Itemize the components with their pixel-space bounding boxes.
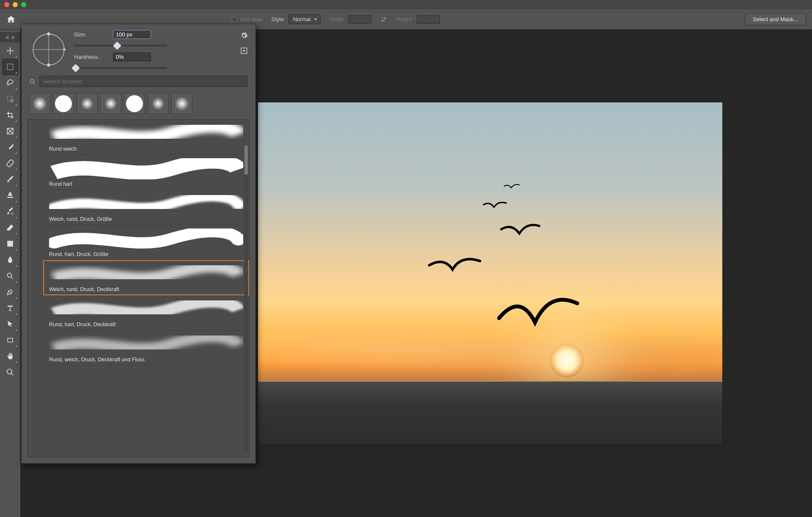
style-group: Style: Normal <box>271 14 320 24</box>
crop-tool[interactable] <box>3 107 18 123</box>
style-dropdown[interactable]: Normal <box>288 14 321 24</box>
size-label: Size: <box>74 31 108 38</box>
brush-size-slider[interactable] <box>74 45 167 47</box>
anti-alias-label: Anti-alias <box>240 16 263 22</box>
eyedropper-tool[interactable] <box>3 140 18 155</box>
window-titlebar <box>0 0 812 9</box>
path-select-tool[interactable] <box>3 316 18 332</box>
brush-preset-label: Rund, hart, Druck, Deckkraft <box>49 320 243 327</box>
brush-preset-label: Rund, hart, Druck, Größe <box>49 250 243 257</box>
recent-brush-5[interactable] <box>124 93 145 114</box>
tools-panel: « » <box>0 30 20 517</box>
brush-stroke-preview <box>49 193 243 214</box>
smudge-tool[interactable] <box>3 252 18 267</box>
svg-rect-12 <box>8 338 13 342</box>
hand-tool[interactable] <box>3 349 18 364</box>
move-tool[interactable] <box>3 43 18 58</box>
marquee-tool[interactable] <box>3 59 18 74</box>
brush-hardness-input[interactable] <box>113 52 151 61</box>
brush-preset-item[interactable]: Weich, rund, Druck, Größe <box>43 190 249 225</box>
svg-point-21 <box>30 79 34 82</box>
recent-brush-7[interactable] <box>171 93 192 114</box>
brush-preset-label: Rund, weich, Druck, Deckkraft und Fluss <box>49 355 243 363</box>
anti-alias-checkbox[interactable] <box>232 17 237 22</box>
minimize-window[interactable] <box>13 2 18 7</box>
recent-brush-1[interactable] <box>29 93 50 114</box>
brush-stroke-preview <box>49 123 243 144</box>
svg-point-17 <box>47 33 50 36</box>
brush-stroke-preview <box>49 158 243 179</box>
svg-point-13 <box>7 369 12 374</box>
eraser-tool[interactable] <box>3 220 18 235</box>
brush-preset-item[interactable]: Rund, weich, Druck, Deckkraft und Fluss <box>43 330 249 366</box>
history-brush-tool[interactable] <box>3 204 18 219</box>
brush-size-input[interactable] <box>113 30 151 39</box>
zoom-tool[interactable] <box>3 365 18 380</box>
svg-rect-1 <box>7 96 12 101</box>
svg-point-2 <box>11 99 14 102</box>
recent-brush-4[interactable] <box>100 93 121 114</box>
brush-preset-label: Rund weich <box>49 144 243 152</box>
brush-preset-list: Rund weichRund hartWeich, rund, Druck, G… <box>27 119 250 457</box>
brush-search-input[interactable] <box>39 76 248 87</box>
svg-rect-0 <box>7 64 13 70</box>
svg-point-11 <box>7 273 11 277</box>
recent-brush-6[interactable] <box>148 93 169 114</box>
dodge-tool[interactable] <box>3 268 18 283</box>
recent-brush-2[interactable] <box>53 93 74 114</box>
tab-arrows[interactable]: « » <box>0 32 20 42</box>
height-group: Height: <box>396 15 440 24</box>
maximize-window[interactable] <box>21 2 26 7</box>
healing-tool[interactable] <box>3 156 18 171</box>
svg-point-7 <box>10 163 11 164</box>
lasso-tool[interactable] <box>3 75 18 91</box>
document-canvas[interactable] <box>258 102 723 445</box>
home-icon[interactable] <box>6 15 16 24</box>
stamp-tool[interactable] <box>3 188 18 203</box>
frame-tool[interactable] <box>3 124 18 139</box>
svg-rect-9 <box>7 241 13 247</box>
brush-list-scrollbar[interactable] <box>244 145 248 453</box>
brush-hardness-slider[interactable] <box>74 67 167 69</box>
brush-preset-label: Weich, rund, Druck, Größe <box>49 214 243 222</box>
new-preset-icon[interactable] <box>240 47 248 55</box>
brush-preset-item[interactable]: Rund weich <box>43 120 249 155</box>
brush-preset-label: Weich, rund, Druck, Deckkraft <box>49 285 243 292</box>
pen-tool[interactable] <box>3 284 18 300</box>
brush-tool[interactable] <box>3 172 18 187</box>
search-icon <box>29 78 36 85</box>
close-window[interactable] <box>4 2 9 7</box>
gradient-tool[interactable] <box>3 236 18 251</box>
brush-stroke-preview <box>49 264 243 285</box>
width-field[interactable] <box>348 15 371 24</box>
height-label: Height: <box>396 16 413 22</box>
brush-stroke-preview <box>49 334 243 355</box>
brush-preset-item[interactable]: Rund, hart, Druck, Größe <box>43 225 249 260</box>
svg-point-8 <box>11 213 14 215</box>
brush-stroke-preview <box>49 228 243 250</box>
recent-brushes <box>22 89 255 119</box>
recent-brush-3[interactable] <box>77 93 98 114</box>
style-label: Style: <box>271 16 285 22</box>
width-label: Width: <box>329 16 345 22</box>
svg-marker-19 <box>63 48 66 51</box>
svg-point-18 <box>47 63 50 66</box>
width-group: Width: <box>329 15 371 24</box>
quick-select-tool[interactable] <box>3 91 18 107</box>
brush-stroke-preview <box>49 299 243 320</box>
type-tool[interactable] <box>3 300 18 316</box>
brush-preset-label: Rund hart <box>49 179 243 187</box>
select-and-mask-button[interactable]: Select and Mask... <box>745 13 806 25</box>
svg-point-5 <box>9 162 10 163</box>
gear-icon[interactable] <box>240 32 248 39</box>
brush-preset-item[interactable]: Weich, rund, Druck, Deckkraft <box>43 260 249 295</box>
hardness-label: Hardness: <box>74 54 108 60</box>
height-field[interactable] <box>417 15 440 24</box>
rectangle-tool[interactable] <box>3 333 18 348</box>
brush-preset-item[interactable]: Rund hart <box>43 155 249 190</box>
brush-angle-widget[interactable] <box>29 30 68 69</box>
svg-point-6 <box>11 164 12 165</box>
brush-preset-picker: Size: Hardness: Rund weichRund hartWeich <box>21 24 256 464</box>
swap-dimensions-icon[interactable] <box>380 16 387 23</box>
brush-preset-item[interactable]: Rund, hart, Druck, Deckkraft <box>43 295 249 330</box>
